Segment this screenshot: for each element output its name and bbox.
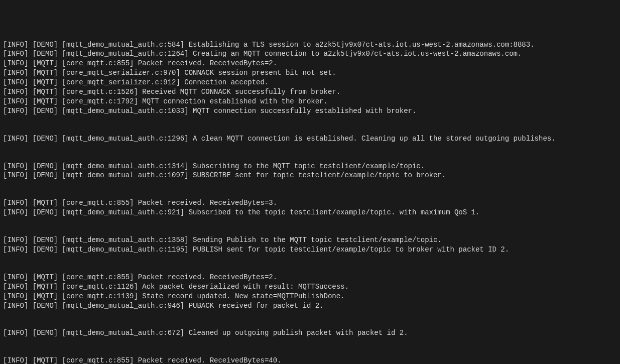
log-line: [INFO] [MQTT] [core_mqtt.c:1526] Receive… xyxy=(3,87,617,97)
blank-line xyxy=(3,217,617,226)
log-line: [INFO] [MQTT] [core_mqtt.c:1126] Ack pac… xyxy=(3,282,617,292)
log-line: [INFO] [MQTT] [core_mqtt_serializer.c:91… xyxy=(3,78,617,87)
blank-line xyxy=(3,347,617,356)
blank-line xyxy=(3,180,617,189)
blank-line xyxy=(3,144,617,153)
blank-line xyxy=(3,255,617,264)
log-line: [INFO] [DEMO] [mqtt_demo_mutual_auth.c:1… xyxy=(3,106,617,116)
log-line: [INFO] [MQTT] [core_mqtt.c:1139] State r… xyxy=(3,292,617,301)
terminal-output: [INFO] [DEMO] [mqtt_demo_mutual_auth.c:5… xyxy=(3,40,617,364)
log-line: [INFO] [DEMO] [mqtt_demo_mutual_auth.c:1… xyxy=(3,134,617,144)
blank-line xyxy=(3,116,617,125)
log-line: [INFO] [MQTT] [core_mqtt_serializer.c:97… xyxy=(3,68,617,78)
blank-line xyxy=(3,125,617,134)
blank-line xyxy=(3,338,617,347)
log-line: [INFO] [MQTT] [core_mqtt.c:855] Packet r… xyxy=(3,273,617,282)
log-line: [INFO] [DEMO] [mqtt_demo_mutual_auth.c:1… xyxy=(3,171,617,180)
blank-line xyxy=(3,319,617,328)
blank-line xyxy=(3,226,617,235)
log-line: [INFO] [DEMO] [mqtt_demo_mutual_auth.c:9… xyxy=(3,301,617,311)
blank-line xyxy=(3,153,617,162)
log-line: [INFO] [MQTT] [core_mqtt.c:1792] MQTT co… xyxy=(3,97,617,106)
log-line: [INFO] [MQTT] [core_mqtt.c:855] Packet r… xyxy=(3,356,617,364)
blank-line xyxy=(3,310,617,319)
log-line: [INFO] [DEMO] [mqtt_demo_mutual_auth.c:1… xyxy=(3,235,617,245)
log-line: [INFO] [DEMO] [mqtt_demo_mutual_auth.c:5… xyxy=(3,40,617,50)
log-line: [INFO] [DEMO] [mqtt_demo_mutual_auth.c:1… xyxy=(3,162,617,171)
log-line: [INFO] [DEMO] [mqtt_demo_mutual_auth.c:9… xyxy=(3,208,617,217)
log-line: [INFO] [DEMO] [mqtt_demo_mutual_auth.c:1… xyxy=(3,49,617,59)
log-line: [INFO] [DEMO] [mqtt_demo_mutual_auth.c:1… xyxy=(3,245,617,255)
blank-line xyxy=(3,189,617,198)
log-line: [INFO] [DEMO] [mqtt_demo_mutual_auth.c:6… xyxy=(3,328,617,338)
log-line: [INFO] [MQTT] [core_mqtt.c:855] Packet r… xyxy=(3,59,617,68)
blank-line xyxy=(3,264,617,273)
log-line: [INFO] [MQTT] [core_mqtt.c:855] Packet r… xyxy=(3,198,617,208)
